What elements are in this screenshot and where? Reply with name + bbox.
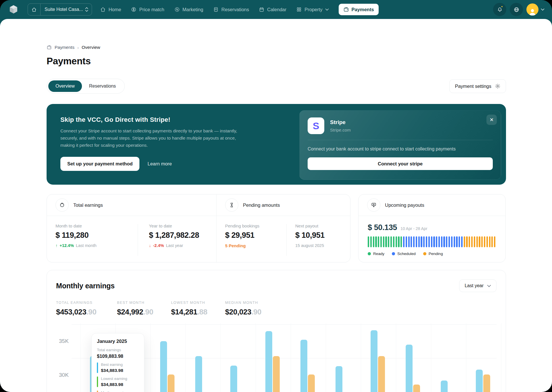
legend-label: Ready	[373, 252, 384, 256]
chart-bar-primary[interactable]	[300, 340, 307, 392]
chart-bar-secondary[interactable]	[273, 356, 280, 392]
app-window: Suite Hotel Casa... Home Price match Mar…	[0, 0, 552, 392]
chart-bar-primary[interactable]	[371, 330, 377, 392]
chart-bar-secondary[interactable]	[483, 374, 490, 392]
tooltip-total-value: $109,883.98	[97, 354, 139, 359]
breadcrumb-section[interactable]: Payments	[55, 45, 74, 50]
nav-item-payments[interactable]: Payments	[339, 4, 379, 15]
section-title: Upcoming payouts	[385, 202, 424, 208]
payout-strip-bar	[406, 236, 407, 247]
divider	[286, 224, 287, 256]
banner-body: Connect your Stripe account to start col…	[60, 128, 244, 149]
nav-item-home[interactable]: Home	[100, 7, 121, 12]
dollar-circle-icon	[131, 7, 137, 12]
chart-bar-primary[interactable]	[195, 356, 202, 392]
chart-bar-primary[interactable]	[265, 331, 272, 392]
payout-strip-bar	[383, 236, 384, 247]
monthly-stat-label: BEST MONTH	[117, 301, 171, 305]
close-icon[interactable]: ✕	[486, 115, 497, 125]
metric-label: Pending bookings	[225, 223, 284, 228]
payout-strip-bar	[441, 236, 442, 247]
gridline-vertical	[396, 323, 396, 392]
property-selector[interactable]: Suite Hotel Casa...	[28, 3, 92, 16]
nav-item-calendar[interactable]: Calendar	[259, 7, 286, 12]
payout-strip-bar	[428, 236, 430, 247]
trend-up-arrow-icon: ↑	[55, 243, 57, 248]
chart-bar-secondary[interactable]	[413, 385, 420, 392]
payout-strip-bar	[426, 236, 427, 247]
payout-strip-bar	[451, 236, 453, 247]
language-button[interactable]	[510, 3, 523, 16]
home-icon	[100, 7, 106, 12]
payout-strip-bar	[494, 236, 495, 247]
chart-bar-secondary[interactable]	[168, 374, 175, 392]
chart-bar-secondary[interactable]	[378, 356, 385, 392]
range-select-value: Last year	[465, 283, 484, 288]
divider	[308, 140, 493, 140]
chart-bar-primary[interactable]	[406, 345, 413, 392]
payout-strip-bar	[418, 236, 420, 247]
payout-strip-bar	[378, 236, 379, 247]
payout-strip-bar	[436, 236, 437, 247]
tooltip-row-label: Lowest earning	[101, 376, 127, 381]
trend-value: -2.4%	[153, 243, 164, 248]
notifications-button[interactable]	[493, 3, 506, 16]
trend-period: Last year	[166, 243, 183, 248]
nav-item-label: Marketing	[183, 7, 203, 12]
section-title: Total earnings	[73, 202, 103, 208]
chart-bar-primary[interactable]	[160, 341, 167, 392]
y-axis-tick: 35K	[59, 338, 69, 344]
trend-down-arrow-icon: ↓	[149, 243, 151, 248]
setup-payment-button[interactable]: Set up your payment method	[60, 157, 139, 171]
user-menu[interactable]	[526, 3, 545, 16]
tooltip-total-label: Total earnings	[97, 348, 139, 352]
stripe-connect-card: ✕ S Stripe Stripe.com Connect your bank …	[299, 110, 501, 180]
connect-stripe-button[interactable]: Connect your stripe	[308, 157, 493, 170]
payout-amount: $ 50.135	[368, 223, 397, 232]
payment-settings-label: Payment settings	[455, 84, 491, 89]
nav-item-label: Calendar	[267, 7, 286, 12]
payout-strip-bar	[461, 236, 463, 247]
brand-logo[interactable]	[7, 3, 20, 16]
tab-overview[interactable]: Overview	[48, 80, 82, 92]
chart-bar-secondary[interactable]	[308, 374, 315, 392]
metric-label: Next payout	[295, 223, 325, 228]
nav-item-marketing[interactable]: Marketing	[174, 7, 203, 12]
y-axis-tick: 30K	[59, 372, 69, 378]
payout-strip-bar	[469, 236, 470, 247]
monthly-earnings-card: Monthly earnings Last year TOTAL EARNING…	[47, 270, 506, 392]
payout-strip-bar	[388, 236, 389, 247]
monthly-stat: MEDIAN MONTH$20,023.90	[225, 301, 283, 316]
payout-strip-bar	[400, 236, 402, 247]
chart-bar-primary[interactable]	[476, 370, 483, 392]
nav-item-label: Price match	[139, 7, 164, 12]
tooltip-row-text: Best earning$34,883.98	[101, 362, 123, 373]
nav-item-reservations[interactable]: Reservations	[213, 7, 249, 12]
payout-strip-bar	[438, 236, 440, 247]
nav-item-price-match[interactable]: Price match	[131, 7, 164, 12]
legend-item: Ready	[368, 252, 384, 256]
notification-dot	[501, 5, 503, 8]
tab-reservations[interactable]: Reservations	[82, 80, 123, 92]
payout-strip-bar	[459, 236, 460, 247]
tooltip-row-text: Median earning	[101, 391, 128, 392]
gridline-vertical	[326, 323, 326, 392]
nav-item-property[interactable]: Property	[296, 7, 329, 12]
payment-settings-button[interactable]: Payment settings	[449, 79, 506, 93]
range-select[interactable]: Last year	[459, 279, 497, 292]
payout-strip-bar	[370, 236, 372, 247]
metric-label: Month to date	[55, 223, 128, 228]
globe-icon	[513, 7, 520, 13]
monthly-stats: TOTAL EARNINGS$453,023.90BEST MONTH$24,9…	[56, 301, 497, 316]
payout-range: 10 Apr - 28 Apr	[400, 226, 427, 231]
chart-bar-primary[interactable]	[441, 381, 448, 392]
total-earnings-section: Total earnings Month to date $ 119,280 ↑…	[47, 194, 216, 262]
stripe-description: Connect your bank account to stripe conn…	[308, 146, 493, 152]
learn-more-link[interactable]: Learn more	[147, 161, 172, 167]
chart-bar-primary[interactable]	[336, 366, 342, 392]
chevron-down-icon	[325, 8, 329, 11]
monthly-stat: TOTAL EARNINGS$453,023.90	[56, 301, 117, 316]
metric-value: $ 29,951	[225, 231, 284, 240]
stripe-logo-letter: S	[313, 120, 319, 132]
chart-bar-primary[interactable]	[230, 366, 237, 392]
